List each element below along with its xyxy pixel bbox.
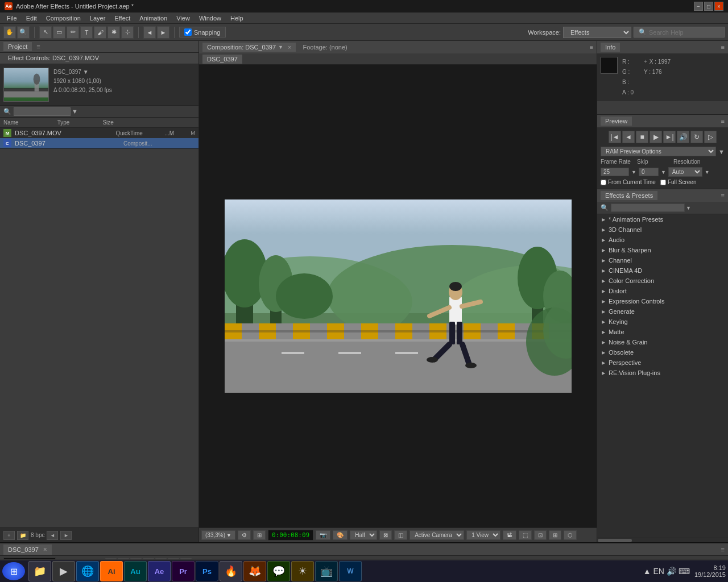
skip-input[interactable]	[639, 168, 659, 176]
comp-sub-tab[interactable]: DSC_0397	[202, 55, 242, 64]
taskbar-aftereffects-btn[interactable]: Ae	[148, 561, 171, 581]
tab-preview[interactable]: Preview	[601, 117, 632, 126]
effect-item-distort[interactable]: ▶ Distort	[597, 286, 728, 296]
grid-overlay-btn[interactable]: ⊞	[549, 530, 561, 540]
taskbar-audition-btn[interactable]: Au	[124, 561, 147, 581]
ram-preview-select[interactable]: RAM Preview Options	[601, 147, 716, 156]
taskbar-media2-btn[interactable]: 📺	[315, 561, 338, 581]
preview-panel-menu[interactable]: ≡	[721, 118, 725, 124]
comp-tab-close[interactable]: ×	[288, 44, 291, 51]
info-panel-menu[interactable]: ≡	[721, 44, 725, 51]
search-help-input[interactable]	[649, 29, 719, 36]
loop-btn[interactable]: ↻	[690, 131, 703, 143]
tab-info[interactable]: Info	[601, 43, 620, 52]
menu-window[interactable]: Window	[195, 14, 226, 23]
effect-item-cinema4d[interactable]: ▶ CINEMA 4D	[597, 265, 728, 276]
text-tool[interactable]: T	[80, 26, 93, 39]
close-button[interactable]: ×	[714, 2, 723, 11]
timeline-tab-close[interactable]: ×	[43, 546, 47, 554]
effects-search-input[interactable]	[611, 203, 685, 212]
next-frame-tool[interactable]: ►	[157, 26, 169, 39]
pen-tool[interactable]: ✏	[67, 26, 79, 39]
tray-volume-icon[interactable]: 🔊	[667, 567, 676, 576]
tab-effects[interactable]: Effects & Presets	[601, 191, 657, 200]
fps-dropdown[interactable]: ▼	[631, 169, 636, 175]
effect-item-generate[interactable]: ▶ Generate	[597, 306, 728, 317]
hand-tool[interactable]: ✋	[3, 26, 16, 39]
zoom-select[interactable]: (33,3%) ▼	[201, 530, 235, 540]
add-item-btn[interactable]: +	[3, 531, 15, 540]
minimize-button[interactable]: −	[694, 2, 703, 11]
effect-item-keying[interactable]: ▶ Keying	[597, 317, 728, 327]
quality-select[interactable]: Half	[350, 530, 377, 540]
search-dropdown-icon[interactable]: ▼	[686, 205, 691, 211]
list-item[interactable]: M DSC_0397.MOV QuickTime ...M M	[0, 128, 198, 138]
effect-item-revision-plugins[interactable]: ▶ RE:Vision Plug-ins	[597, 368, 728, 378]
effect-item-expression-controls[interactable]: ▶ Expression Controls	[597, 296, 728, 306]
project-panel-menu[interactable]: ≡	[36, 43, 40, 50]
effect-item-noise-grain[interactable]: ▶ Noise & Grain	[597, 337, 728, 347]
view-options-btn[interactable]: ⚙	[238, 530, 251, 540]
clone-tool[interactable]: ✱	[107, 26, 120, 39]
zoom-tool[interactable]: 🔍	[17, 26, 30, 39]
safe-zones-btn[interactable]: ⊡	[534, 530, 547, 540]
menu-composition[interactable]: Composition	[42, 14, 85, 23]
prev-btn[interactable]: ◄	[47, 531, 58, 540]
scrollbar-thumb[interactable]	[598, 539, 632, 542]
taskbar-browser-btn[interactable]: 🌐	[76, 561, 99, 581]
project-search-input[interactable]	[14, 107, 71, 116]
next-btn[interactable]: ►	[60, 531, 72, 540]
tray-network-icon[interactable]: EN	[653, 567, 664, 576]
fps-input[interactable]	[601, 168, 629, 176]
res-dropdown[interactable]: ▼	[705, 169, 710, 175]
workspace-select[interactable]: Effects	[563, 27, 631, 38]
effect-item-channel[interactable]: ▶ Channel	[597, 255, 728, 265]
effect-item-3d-channel[interactable]: ▶ 3D Channel	[597, 225, 728, 235]
from-current-time-checkbox[interactable]	[601, 180, 606, 185]
tab-project[interactable]: Project	[3, 42, 32, 51]
full-screen-checkbox[interactable]	[660, 180, 666, 185]
effect-item-animation-presets[interactable]: ▶ * Animation Presets	[597, 214, 728, 225]
tray-expand-icon[interactable]: ▲	[643, 567, 651, 576]
region-btn[interactable]: ⬚	[519, 530, 532, 540]
effects-panel-menu[interactable]: ≡	[721, 192, 725, 199]
brush-tool[interactable]: 🖌	[94, 26, 106, 39]
effect-item-obsolete[interactable]: ▶ Obsolete	[597, 347, 728, 357]
window-controls[interactable]: − □ ×	[694, 2, 723, 11]
snapping-checkbox[interactable]	[184, 28, 192, 36]
go-to-start-btn[interactable]: |◄	[609, 131, 621, 143]
taskbar-illustrator-btn[interactable]: Ai	[100, 561, 123, 581]
tab-effect-controls[interactable]: Effect Controls: DSC_0397.MOV	[3, 53, 104, 63]
effect-item-blur-sharpen[interactable]: ▶ Blur & Sharpen	[597, 245, 728, 255]
select-tool[interactable]: ↖	[39, 26, 52, 39]
effect-item-matte[interactable]: ▶ Matte	[597, 327, 728, 337]
comp-tab-dropdown[interactable]: ▼	[278, 44, 283, 50]
taskbar-sun-btn[interactable]: ☀	[291, 561, 314, 581]
transparency-btn[interactable]: ◫	[394, 530, 407, 540]
list-item[interactable]: C DSC_0397 Composit...	[0, 138, 198, 148]
taskbar-fire-btn[interactable]: 🔥	[220, 561, 242, 581]
start-button[interactable]: ⊞	[2, 562, 25, 580]
ram-btn[interactable]: ▷	[704, 131, 717, 143]
tray-keyboard-icon[interactable]: ⌨	[679, 567, 690, 576]
pixel-aspect-btn[interactable]: ⊠	[379, 530, 392, 540]
menu-edit[interactable]: Edit	[22, 14, 42, 23]
comp-render-btn[interactable]: 📽	[503, 530, 516, 540]
menu-layer[interactable]: Layer	[85, 14, 110, 23]
play-btn[interactable]: ▶	[650, 131, 662, 143]
color-btn[interactable]: 🎨	[333, 530, 348, 540]
timeline-tab[interactable]: DSC_0397 ×	[3, 544, 52, 555]
taskbar-web-btn[interactable]: 🦊	[243, 561, 266, 581]
comp-panel-menu[interactable]: ≡	[590, 44, 593, 51]
taskbar-premiere-btn[interactable]: Pr	[172, 561, 195, 581]
search-dropdown-icon[interactable]: ▼	[72, 108, 78, 115]
view-count-select[interactable]: 1 View	[466, 530, 500, 540]
taskbar-word-btn[interactable]: W	[339, 561, 362, 581]
taskbar-photoshop-btn[interactable]: Ps	[196, 561, 218, 581]
taskbar-chat-btn[interactable]: 💬	[267, 561, 290, 581]
composition-tab[interactable]: Composition: DSC_0397 ▼ ×	[202, 43, 296, 52]
stop-btn[interactable]: ■	[636, 131, 648, 143]
taskbar-media-btn[interactable]: ▶	[52, 561, 75, 581]
puppet-tool[interactable]: ⊹	[121, 26, 134, 39]
audio-btn[interactable]: 🔊	[677, 131, 689, 143]
